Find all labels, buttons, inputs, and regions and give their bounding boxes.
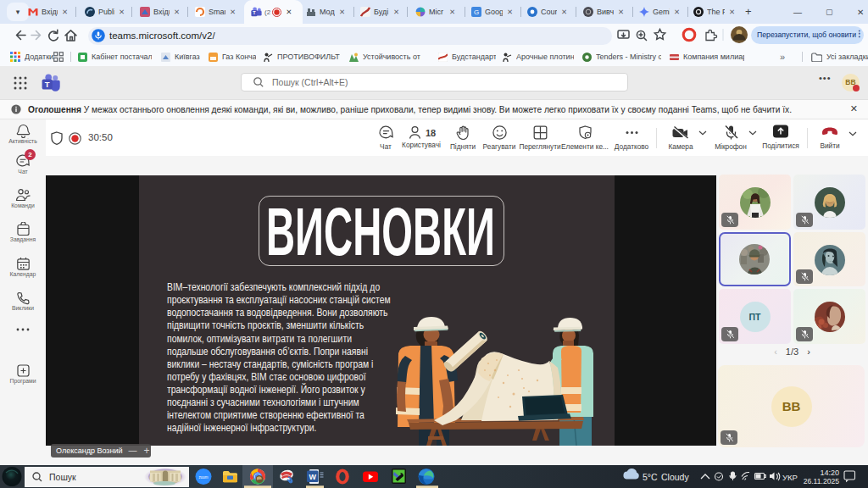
svg-text:УКР: УКР [782,473,798,482]
svg-text:14:20: 14:20 [820,469,839,477]
svg-text:26.11.2025: 26.11.2025 [804,477,840,485]
svg-text:W: W [309,473,316,481]
svg-text:T: T [45,80,50,89]
svg-text:G: G [474,8,479,16]
svg-text:Cloudy: Cloudy [661,472,689,482]
svg-text:5°C: 5°C [643,472,658,482]
svg-text:zoom: zoom [198,475,208,480]
